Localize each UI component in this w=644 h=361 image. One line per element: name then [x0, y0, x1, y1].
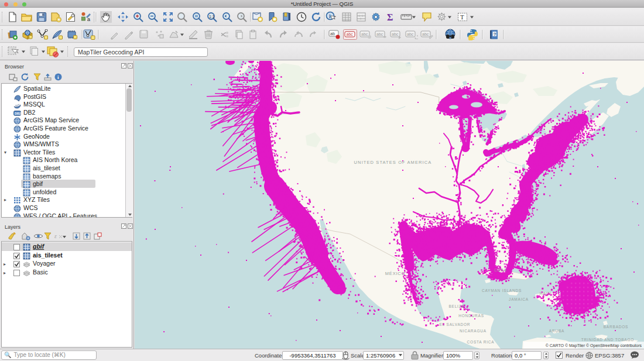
svg-text:© CARTO © MapTiler © OpenStr: © CARTO © MapTiler © OpenStreetMap contr… — [546, 343, 642, 348]
svg-text:1:1: 1:1 — [209, 14, 215, 18]
svg-text:BELIZE: BELIZE — [448, 304, 464, 308]
svg-text:T: T — [460, 13, 464, 20]
svg-text:CAYMAN ISLANDS: CAYMAN ISLANDS — [482, 288, 522, 293]
svg-text:abc: abc — [407, 32, 414, 36]
svg-text:Σ: Σ — [387, 12, 393, 22]
svg-text:abc: abc — [422, 32, 429, 36]
svg-text:abc: abc — [392, 32, 399, 36]
svg-text:HAITI: HAITI — [540, 291, 552, 295]
svg-text:abc: abc — [376, 32, 383, 36]
svg-text:i: i — [329, 13, 331, 19]
svg-text:HONDURAS: HONDURAS — [458, 314, 484, 318]
svg-text:UNITED STATES OF AMERICA: UNITED STATES OF AMERICA — [354, 160, 432, 165]
svg-text:abc: abc — [361, 32, 368, 36]
svg-text:BARBADOS: BARBADOS — [604, 325, 629, 329]
svg-text:a: a — [87, 16, 90, 22]
svg-text:NICARAGUA: NICARAGUA — [460, 329, 487, 333]
svg-text:ab: ab — [330, 32, 335, 36]
svg-text:abc: abc — [347, 32, 354, 36]
svg-text:ε: ε — [54, 233, 57, 239]
svg-text:DB2: DB2 — [15, 112, 21, 115]
svg-text:CUBA: CUBA — [494, 268, 506, 272]
svg-text:EL SALVADOR: EL SALVADOR — [440, 322, 471, 326]
svg-text:JAMAICA: JAMAICA — [509, 297, 529, 301]
svg-text:ARUBA: ARUBA — [549, 329, 564, 333]
svg-text:?: ? — [494, 32, 496, 37]
svg-text:TRINIDAD AND TOBAGO: TRINIDAD AND TOBAGO — [581, 338, 634, 342]
svg-text:MÉXICO: MÉXICO — [385, 271, 405, 276]
svg-text:COSTA RICA: COSTA RICA — [467, 340, 495, 344]
